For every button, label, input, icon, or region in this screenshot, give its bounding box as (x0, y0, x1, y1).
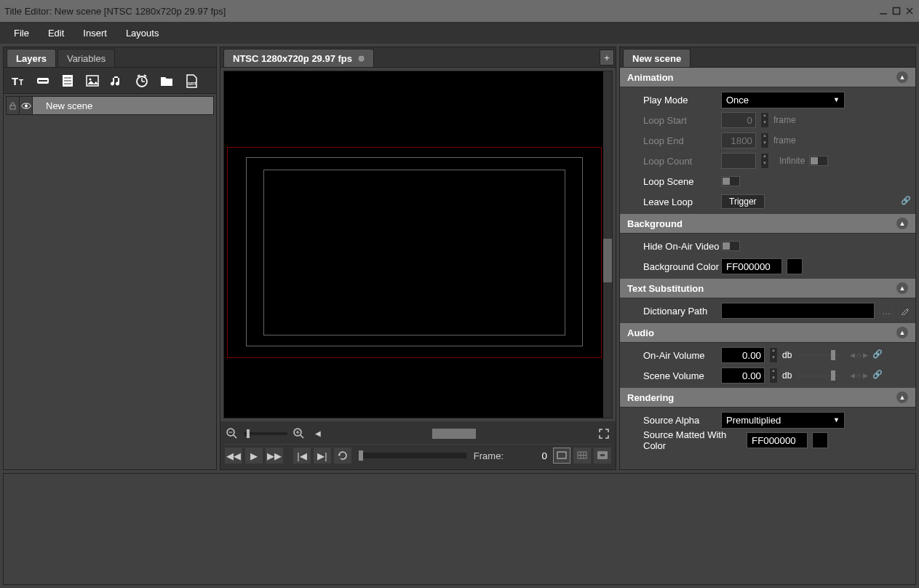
layer-row[interactable]: New scene (6, 96, 214, 115)
goto-end-button[interactable]: ▶| (314, 448, 331, 464)
srt-tool-icon[interactable]: SRT (180, 69, 203, 92)
lock-icon[interactable] (7, 97, 20, 114)
menu-edit[interactable]: Edit (39, 24, 73, 42)
matted-color-label: Source Matted With Color (623, 429, 747, 451)
scrollbar-thumb[interactable] (603, 239, 612, 282)
matted-color-swatch[interactable] (812, 432, 828, 448)
section-textsub[interactable]: Text Substitution▲ (620, 279, 915, 298)
dict-path-input[interactable] (721, 303, 875, 319)
play-button[interactable]: ▶ (245, 448, 263, 464)
tab-layers[interactable]: Layers (7, 49, 56, 67)
svg-point-13 (89, 78, 92, 80)
onair-vol-input[interactable] (721, 347, 765, 363)
link-icon[interactable]: 🔗 (901, 196, 912, 207)
collapse-icon[interactable]: ▲ (896, 282, 908, 294)
visibility-icon[interactable] (20, 97, 33, 114)
rewind-button[interactable]: ◀◀ (225, 448, 242, 464)
scene-vol-slider[interactable] (799, 375, 843, 377)
section-animation[interactable]: Animation▲ (620, 68, 915, 87)
link-icon[interactable]: 🔗 (872, 349, 884, 361)
loop-count-label: Loop Count (623, 156, 721, 167)
grid-button[interactable] (573, 448, 591, 464)
menu-layouts[interactable]: Layouts (116, 24, 169, 42)
edit-icon[interactable] (898, 303, 912, 318)
svg-text:T: T (12, 75, 18, 87)
loop-button[interactable] (334, 448, 351, 464)
browse-icon[interactable]: … (879, 303, 894, 318)
maximize-button[interactable] (891, 6, 902, 16)
audio-tool-icon[interactable] (106, 69, 129, 92)
loop-end-input[interactable] (721, 132, 756, 148)
fullscreen-icon[interactable] (597, 426, 611, 441)
timeline-slider[interactable] (359, 453, 466, 458)
tab-scene-props[interactable]: New scene (623, 49, 691, 67)
collapse-icon[interactable]: ▲ (896, 392, 908, 403)
safe-area-button[interactable] (594, 448, 611, 464)
onair-vol-spinner[interactable]: ▲▼ (769, 347, 778, 363)
section-audio[interactable]: Audio▲ (620, 323, 915, 343)
list-tool-icon[interactable] (56, 69, 79, 92)
tab-preview[interactable]: NTSC 1280x720p 29.97 fps⊗ (223, 49, 374, 67)
scene-vol-spinner[interactable]: ▲▼ (769, 368, 778, 384)
collapse-icon[interactable]: ▲ (896, 218, 908, 229)
section-rendering[interactable]: Rendering▲ (620, 388, 915, 408)
titlebar: Title Editor: New scene [NTSC 1280x720p … (0, 0, 919, 22)
loop-scene-toggle[interactable] (721, 176, 740, 186)
loop-start-spinner[interactable]: ▲▼ (760, 112, 769, 128)
zoom-range-bar[interactable] (432, 429, 476, 439)
section-background[interactable]: Background▲ (620, 214, 915, 234)
onair-vol-label: On-Air Volume (623, 350, 721, 361)
keyframe-nav[interactable]: ◀◇▶ (850, 351, 868, 359)
source-alpha-dropdown[interactable]: Premultiplied▼ (721, 412, 845, 429)
goto-start-button[interactable]: |◀ (293, 448, 311, 464)
zoom-out-icon[interactable] (225, 426, 239, 441)
window-title: Title Editor: New scene [NTSC 1280x720p … (4, 6, 226, 17)
vertical-scrollbar[interactable] (603, 71, 612, 418)
bg-color-input[interactable] (721, 258, 782, 274)
text-tool-icon[interactable]: TT (7, 69, 30, 92)
menu-insert[interactable]: Insert (73, 24, 116, 42)
collapse-icon[interactable]: ▲ (896, 71, 908, 83)
loop-count-input[interactable] (721, 153, 756, 169)
frame-input[interactable] (506, 448, 550, 463)
zoom-in-icon[interactable] (292, 426, 306, 441)
svg-line-24 (234, 435, 236, 438)
display-mode-button[interactable] (553, 448, 570, 464)
keyframe-nav[interactable]: ◀◇▶ (850, 372, 868, 379)
matted-color-input[interactable] (747, 432, 808, 448)
svg-line-18 (144, 75, 146, 76)
leave-loop-button[interactable]: Trigger (721, 194, 765, 209)
scene-vol-input[interactable] (721, 368, 765, 384)
tab-variables[interactable]: Variables (57, 49, 115, 67)
image-tool-icon[interactable] (81, 69, 104, 92)
scene-vol-label: Scene Volume (623, 370, 721, 381)
preview-canvas[interactable] (223, 71, 613, 418)
title-safe-frame-inner (263, 170, 565, 335)
svg-rect-7 (39, 80, 47, 82)
add-tab-button[interactable]: + (600, 49, 614, 65)
bg-color-swatch[interactable] (787, 258, 803, 274)
svg-rect-30 (557, 452, 566, 458)
fastforward-button[interactable]: ▶▶ (266, 448, 283, 464)
close-button[interactable] (904, 6, 915, 16)
close-tab-icon[interactable]: ⊗ (358, 54, 365, 63)
card-tool-icon[interactable] (31, 69, 55, 92)
folder-tool-icon[interactable] (155, 69, 178, 92)
loop-count-spinner[interactable]: ▲▼ (760, 153, 769, 169)
layers-panel: Layers Variables TT SRT New scene (3, 47, 217, 470)
clock-tool-icon[interactable] (130, 69, 154, 92)
zoom-slider[interactable] (244, 432, 287, 435)
properties-panel: New scene Animation▲ Play Mode Once▼ Loo… (619, 47, 916, 470)
link-icon[interactable]: 🔗 (872, 370, 884, 381)
loop-end-spinner[interactable]: ▲▼ (760, 132, 769, 148)
infinite-toggle[interactable] (809, 156, 828, 166)
loop-start-input[interactable] (721, 112, 756, 128)
svg-rect-20 (10, 106, 15, 109)
hide-onair-toggle[interactable] (721, 241, 740, 251)
onair-vol-slider[interactable] (799, 354, 843, 357)
collapse-icon[interactable]: ▲ (896, 327, 908, 338)
play-mode-dropdown[interactable]: Once▼ (721, 92, 845, 108)
menu-file[interactable]: File (4, 24, 39, 42)
prev-marker-icon[interactable]: ◀ (311, 426, 325, 441)
minimize-button[interactable] (878, 6, 888, 16)
